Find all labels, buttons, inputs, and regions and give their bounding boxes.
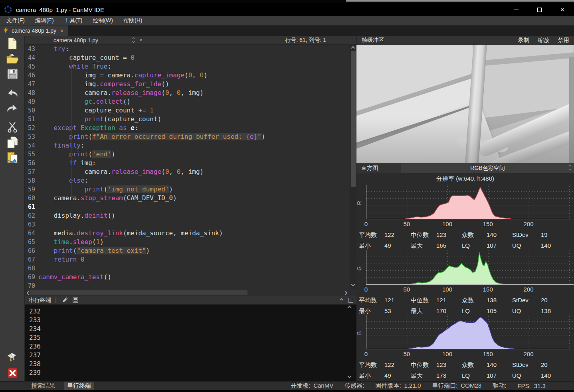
code-token: collect [96, 98, 123, 105]
code-token: print [69, 150, 88, 158]
code-token: ) [146, 247, 150, 254]
serial-terminal-output[interactable]: 232233234235236237238239 [25, 305, 356, 382]
stop-icon[interactable] [0, 365, 25, 380]
x-tick-label: 50 [403, 351, 410, 357]
code-token: display. [38, 212, 85, 219]
stat-value: 138 [487, 295, 512, 305]
colorspace-select[interactable]: RGB色彩空间 [401, 163, 574, 173]
menu-item-0[interactable]: 文件(F) [6, 17, 25, 24]
code-token: , img) [180, 168, 204, 175]
menu-item-3[interactable]: 控制(W) [93, 17, 113, 24]
stat-label: LQ [462, 370, 487, 381]
code-text: except Exception as e: [38, 124, 139, 132]
code-token: Exception [81, 124, 115, 132]
window-title: camera_480p_1.py - CanMV IDE [16, 6, 104, 13]
redo-icon[interactable] [0, 100, 25, 116]
code-line: 66 print("camera test exit") [25, 246, 350, 255]
code-token [38, 238, 54, 246]
code-token [77, 124, 81, 132]
scrollbar-thumb[interactable] [351, 51, 356, 187]
bottom-tab-1[interactable]: 串行终端 [64, 382, 94, 390]
stat-label: 中位数 [411, 295, 436, 305]
code-token: capture_image [135, 71, 184, 79]
stat-value: 53 [384, 305, 411, 316]
code-text: display.deinit() [38, 211, 115, 220]
code-token: . [92, 98, 96, 105]
status-info: 开发板:CanMV传感器:固件版本:1.21.0串行端口:COM23驱动:FPS… [291, 382, 546, 390]
code-token: ( [161, 89, 165, 97]
code-token: " [257, 133, 261, 140]
indent-guide [71, 55, 72, 197]
open-file-icon[interactable] [0, 51, 25, 66]
code-token [77, 256, 81, 263]
x-tick-label: 50 [403, 221, 410, 227]
menu-item-2[interactable]: 工具(T) [64, 17, 83, 24]
code-text: print('end') [38, 150, 115, 159]
undo-icon[interactable] [0, 85, 25, 100]
code-line: 52 except Exception as e: [25, 124, 350, 132]
line-number: 57 [25, 167, 38, 176]
code-token [38, 124, 54, 132]
histogram-plot-r [366, 185, 574, 219]
code-line: 61 [25, 203, 350, 211]
editor-horizontal-scrollbar[interactable] [25, 289, 356, 296]
tab-close-icon[interactable]: × [59, 28, 64, 34]
file-switch-icon[interactable] [133, 38, 135, 42]
framebuffer-action-1[interactable]: 缩放 [538, 37, 549, 44]
bottom-tab-0[interactable]: 搜索结果 [28, 382, 58, 390]
code-token: 'end' [92, 150, 111, 158]
code-token [38, 115, 85, 123]
copy-icon[interactable] [0, 135, 25, 150]
editor-close-icon[interactable]: × [139, 37, 143, 43]
framebuffer-action-2[interactable]: 禁用 [558, 37, 569, 44]
minimize-button[interactable] [505, 3, 528, 16]
code-line: 46 img = camera.capture_image(0, 0) [25, 71, 350, 80]
menu-item-1[interactable]: 编辑(E) [35, 17, 54, 24]
code-token [38, 63, 69, 70]
code-token: ) [111, 150, 115, 158]
document-tab[interactable]: camera 480p 1.py × [0, 26, 68, 36]
stat-label: StDev [512, 229, 541, 240]
code-token: 0 [177, 89, 181, 97]
line-number: 69 [25, 273, 38, 282]
histogram-plot-b [366, 315, 574, 349]
code-token: sleep [73, 238, 92, 246]
scrollbar-thumb[interactable] [30, 290, 247, 295]
select-arrows-icon [569, 165, 571, 170]
save-log-icon[interactable] [73, 297, 78, 303]
editor-vertical-scrollbar[interactable] [350, 45, 356, 289]
menu-item-4[interactable]: 帮助(H) [123, 17, 142, 24]
close-button[interactable]: × [551, 3, 574, 16]
collapse-terminal-icon[interactable] [340, 298, 344, 302]
code-token: (CAM_DEV_ID_0) [123, 194, 177, 202]
paste-icon[interactable] [0, 150, 25, 165]
save-file-icon[interactable] [0, 66, 25, 81]
code-token: 0 [165, 168, 169, 175]
code-token: capture_count = [38, 54, 131, 61]
line-number: 65 [25, 238, 38, 246]
line-number: 66 [25, 246, 38, 255]
code-token [38, 256, 54, 263]
clear-terminal-icon[interactable] [62, 297, 68, 303]
code-line: 47 img.compress_for_ide() [25, 80, 350, 89]
code-editor[interactable]: 43 try:44 capture_count = 045 while True… [25, 45, 350, 289]
connect-icon[interactable] [0, 350, 25, 365]
maximize-button[interactable] [528, 3, 551, 16]
code-line: 54 finally: [25, 141, 350, 150]
framebuffer-action-0[interactable]: 录制 [518, 37, 529, 44]
status-item-3: 串行端口:COM23 [432, 382, 481, 390]
code-text: try: [38, 45, 69, 53]
cut-icon[interactable] [0, 120, 25, 135]
code-token: ) [100, 238, 104, 246]
code-token: f"An error occurred during buffer used: [92, 133, 246, 140]
stat-value: 49 [384, 370, 411, 381]
stat-value: 122 [384, 229, 411, 240]
stat-value: 107 [487, 370, 512, 381]
line-number: 56 [25, 159, 38, 167]
new-file-icon[interactable] [0, 36, 25, 51]
code-line: 53 print(f"An error occurred during buff… [25, 132, 350, 141]
code-token: ) [261, 133, 265, 140]
code-token: ( [73, 247, 77, 254]
code-token: img: [77, 159, 96, 167]
dock-panel-icon[interactable] [348, 298, 353, 303]
